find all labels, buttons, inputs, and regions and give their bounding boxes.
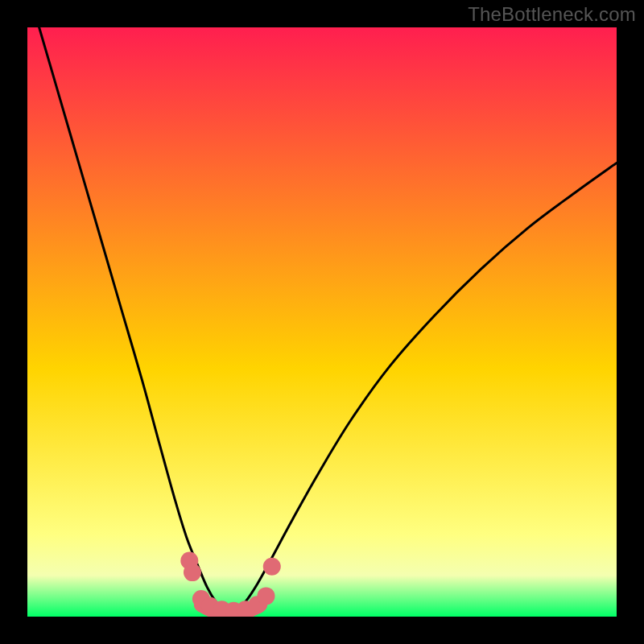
marker-dot — [184, 564, 201, 581]
watermark: TheBottleneck.com — [468, 3, 636, 26]
chart-container: TheBottleneck.com — [0, 0, 644, 644]
plot-svg — [27, 27, 617, 617]
gradient-bg — [27, 27, 617, 617]
plot-area — [27, 27, 617, 617]
marker-dot — [263, 558, 281, 576]
marker-dot — [257, 587, 275, 605]
